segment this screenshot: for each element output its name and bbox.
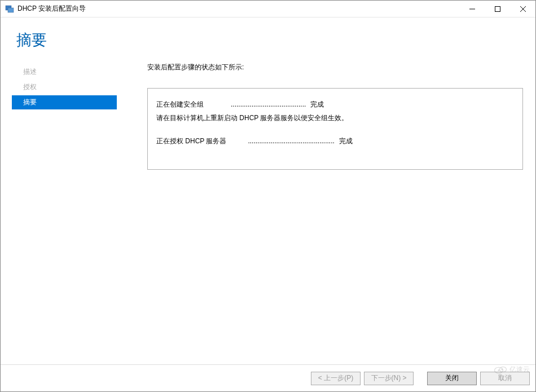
minimize-button[interactable] bbox=[459, 1, 485, 17]
button-bar: < 上一步(P) 下一步(N) > 关闭 取消 bbox=[1, 364, 535, 391]
sidebar-item-summary[interactable]: 摘要 bbox=[12, 95, 117, 109]
sidebar-item-authorize[interactable]: 授权 bbox=[17, 80, 113, 94]
watermark-text: 亿速云 bbox=[509, 365, 530, 375]
close-button[interactable] bbox=[510, 1, 535, 17]
status-result: 完成 bbox=[310, 99, 324, 111]
close-wizard-button[interactable]: 关闭 bbox=[427, 372, 477, 385]
svg-point-9 bbox=[502, 369, 503, 371]
next-button: 下一步(N) > bbox=[364, 372, 414, 385]
prev-button: < 上一步(P) bbox=[311, 372, 361, 385]
status-line-restart-note: 请在目标计算机上重新启动 DHCP 服务器服务以便安全组生效。 bbox=[156, 112, 511, 125]
status-label: 正在创建安全组 bbox=[156, 99, 204, 111]
svg-point-8 bbox=[498, 369, 500, 371]
app-icon bbox=[5, 5, 14, 14]
status-dots: ........................................… bbox=[248, 135, 334, 148]
status-result: 完成 bbox=[339, 135, 353, 148]
status-line-security-group: 正在创建安全组 ................................… bbox=[156, 99, 511, 111]
window-controls bbox=[459, 1, 535, 17]
svg-rect-3 bbox=[495, 6, 500, 11]
main-content: 安装后配置步骤的状态如下所示: 正在创建安全组 ................… bbox=[113, 61, 523, 364]
sidebar-item-description[interactable]: 描述 bbox=[17, 65, 113, 79]
content-area: 描述 授权 摘要 安装后配置步骤的状态如下所示: 正在创建安全组 .......… bbox=[1, 61, 535, 364]
status-box: 正在创建安全组 ................................… bbox=[147, 88, 523, 170]
titlebar: DHCP 安装后配置向导 bbox=[1, 1, 535, 17]
maximize-button[interactable] bbox=[485, 1, 510, 17]
status-dots: ........................................ bbox=[231, 99, 306, 111]
page-title: 摘要 bbox=[16, 30, 524, 50]
window-title: DHCP 安装后配置向导 bbox=[17, 4, 459, 14]
status-label: 正在授权 DHCP 服务器 bbox=[156, 135, 226, 148]
header: 摘要 bbox=[1, 17, 535, 61]
sidebar: 描述 授权 摘要 bbox=[1, 61, 113, 364]
watermark-icon bbox=[494, 364, 507, 375]
svg-rect-1 bbox=[8, 8, 14, 12]
status-line-authorize: 正在授权 DHCP 服务器 ..........................… bbox=[156, 135, 511, 148]
main-area: 摘要 描述 授权 摘要 安装后配置步骤的状态如下所示: 正在创建安全组 ....… bbox=[1, 17, 535, 391]
watermark: 亿速云 bbox=[494, 364, 530, 375]
intro-text: 安装后配置步骤的状态如下所示: bbox=[147, 63, 523, 72]
